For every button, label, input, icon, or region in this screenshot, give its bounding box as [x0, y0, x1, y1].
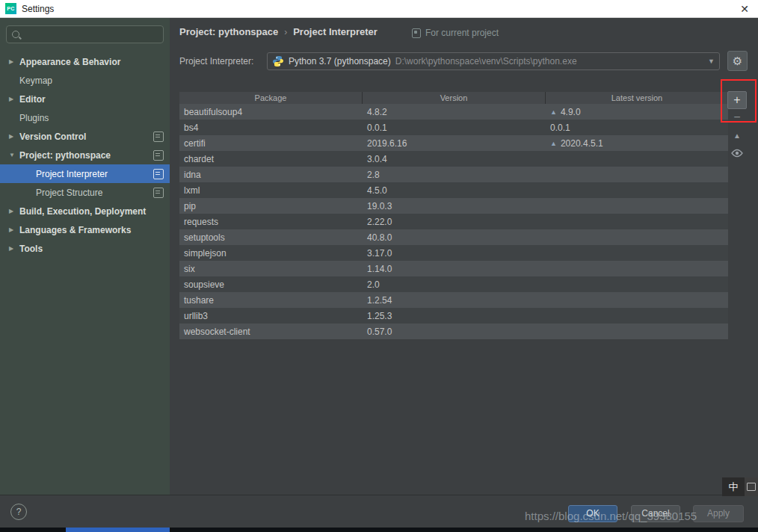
chevron-right-icon[interactable]: ▶: [9, 96, 19, 102]
package-name-cell: websocket-client: [179, 327, 363, 337]
table-row[interactable]: simplejson3.17.0: [179, 245, 728, 261]
package-name-cell: chardet: [179, 154, 363, 164]
sidebar-item[interactable]: Project Interpreter: [0, 164, 170, 183]
settings-search-input[interactable]: [6, 25, 164, 43]
sidebar-item-label: Plugins: [19, 113, 49, 123]
sidebar-item[interactable]: ▶Version Control: [0, 127, 170, 146]
upgrade-package-button[interactable]: ▲: [733, 132, 741, 140]
settings-sidebar: ▶Appearance & BehaviorKeymap▶EditorPlugi…: [0, 18, 170, 495]
project-scope-icon: [153, 132, 164, 142]
version-cell: 3.0.4: [363, 154, 546, 164]
package-name-cell: bs4: [179, 123, 363, 133]
sidebar-item-label: Project Structure: [36, 188, 102, 198]
close-icon[interactable]: ✕: [740, 3, 749, 15]
latest-version-cell: 0.0.1: [546, 123, 728, 133]
sidebar-item[interactable]: ▶Languages & Frameworks: [0, 220, 170, 239]
chevron-right-icon[interactable]: ▶: [9, 245, 19, 252]
ok-button[interactable]: OK: [568, 505, 617, 522]
uninstall-package-button[interactable]: −: [727, 111, 747, 126]
version-cell: 1.2.54: [363, 295, 546, 306]
version-cell: 0.0.1: [363, 123, 546, 133]
breadcrumb-project[interactable]: Project: pythonspace: [179, 26, 278, 37]
sidebar-item[interactable]: ▶Build, Execution, Deployment: [0, 202, 170, 220]
apply-button[interactable]: Apply: [693, 505, 744, 522]
chevron-down-icon[interactable]: ▼: [9, 152, 19, 158]
column-header-package[interactable]: Package: [179, 92, 363, 104]
chevron-down-icon[interactable]: ▼: [708, 58, 715, 65]
sidebar-item[interactable]: ▶Editor: [0, 90, 170, 108]
ime-keyboard-icon[interactable]: [745, 477, 758, 496]
version-cell: 2019.6.16: [363, 138, 546, 149]
ime-indicator: 中: [722, 477, 758, 496]
table-row[interactable]: lxml4.5.0: [179, 182, 728, 198]
table-row[interactable]: websocket-client0.57.0: [179, 324, 728, 339]
sidebar-item[interactable]: ▼Project: pythonspace: [0, 146, 170, 164]
sidebar-item-label: Languages & Frameworks: [19, 225, 131, 235]
version-cell: 3.17.0: [363, 248, 546, 259]
interpreter-dropdown[interactable]: Python 3.7 (pythonspace) D:\work\pythons…: [267, 52, 720, 70]
package-name-cell: certifi: [179, 138, 363, 149]
table-row[interactable]: idna2.8: [179, 167, 728, 182]
sidebar-item[interactable]: Plugins: [0, 108, 170, 127]
help-button[interactable]: ?: [10, 504, 27, 520]
package-name-cell: tushare: [179, 295, 363, 306]
table-row[interactable]: setuptools40.8.0: [179, 229, 728, 245]
sidebar-item[interactable]: ▶Appearance & Behavior: [0, 52, 170, 71]
package-name-cell: lxml: [179, 185, 363, 196]
package-name-cell: simplejson: [179, 248, 363, 259]
table-row[interactable]: soupsieve2.0: [179, 276, 728, 292]
window-title: Settings: [22, 4, 54, 14]
latest-version-value: 2020.4.5.1: [561, 138, 603, 149]
column-header-latest[interactable]: Latest version: [546, 92, 728, 104]
package-name-cell: soupsieve: [179, 279, 363, 290]
table-row[interactable]: pip19.0.3: [179, 198, 728, 214]
version-cell: 19.0.3: [363, 201, 546, 211]
latest-version-value: 0.0.1: [550, 123, 570, 133]
chevron-right-icon[interactable]: ▶: [9, 58, 19, 65]
sidebar-tree: ▶Appearance & BehaviorKeymap▶EditorPlugi…: [0, 52, 170, 258]
table-row[interactable]: tushare1.2.54: [179, 292, 728, 308]
chevron-right-icon[interactable]: ▶: [9, 226, 19, 233]
sidebar-item-label: Tools: [19, 244, 43, 254]
ime-language-label[interactable]: 中: [722, 477, 745, 496]
sidebar-item[interactable]: Keymap: [0, 71, 170, 90]
project-scope-icon: [153, 169, 164, 179]
project-scope-icon: [153, 188, 164, 198]
breadcrumb-page: Project Interpreter: [293, 26, 378, 37]
for-current-project: For current project: [412, 28, 499, 38]
sidebar-item[interactable]: ▶Tools: [0, 239, 170, 258]
sidebar-item-label: Appearance & Behavior: [19, 57, 120, 67]
table-row[interactable]: requests2.22.0: [179, 214, 728, 229]
dialog-footer: ? OK Cancel Apply: [0, 495, 758, 528]
version-cell: 2.8: [363, 170, 546, 180]
table-row[interactable]: six1.14.0: [179, 261, 728, 276]
latest-version-cell: ▲2020.4.5.1: [546, 138, 728, 149]
sidebar-item-label: Editor: [19, 94, 46, 105]
column-header-version[interactable]: Version: [363, 92, 546, 104]
interpreter-label: Project Interpreter:: [179, 56, 253, 66]
interpreter-name: Python 3.7 (pythonspace): [289, 56, 391, 66]
package-table-header: Package Version Latest version: [179, 92, 728, 104]
gear-icon[interactable]: ⚙: [727, 51, 748, 71]
table-row[interactable]: bs40.0.10.0.1: [179, 120, 728, 135]
latest-version-value: 4.9.0: [561, 107, 581, 117]
table-row[interactable]: certifi2019.6.16▲2020.4.5.1: [179, 135, 728, 151]
project-interpreter-panel: Project: pythonspace › Project Interpret…: [170, 18, 758, 495]
chevron-right-icon[interactable]: ▶: [9, 133, 19, 140]
cancel-button[interactable]: Cancel: [631, 505, 680, 522]
settings-window: PC Settings ✕ ▶Appearance & BehaviorKeym…: [0, 0, 758, 532]
table-row[interactable]: beautifulsoup44.8.2▲4.9.0: [179, 104, 728, 120]
version-cell: 4.5.0: [363, 185, 546, 196]
chevron-right-icon[interactable]: ▶: [9, 208, 19, 214]
python-icon: [272, 55, 284, 67]
sidebar-item[interactable]: Project Structure: [0, 183, 170, 202]
table-row[interactable]: urllib31.25.3: [179, 308, 728, 324]
package-toolbar: + − ▲: [727, 91, 748, 161]
install-package-button[interactable]: +: [727, 91, 747, 109]
table-row[interactable]: chardet3.0.4: [179, 151, 728, 167]
breadcrumb: Project: pythonspace › Project Interpret…: [179, 26, 378, 37]
upgrade-arrow-icon: ▲: [550, 140, 557, 147]
sidebar-item-label: Project Interpreter: [36, 169, 108, 179]
show-early-releases-icon[interactable]: [731, 147, 743, 161]
version-cell: 4.8.2: [363, 107, 546, 117]
